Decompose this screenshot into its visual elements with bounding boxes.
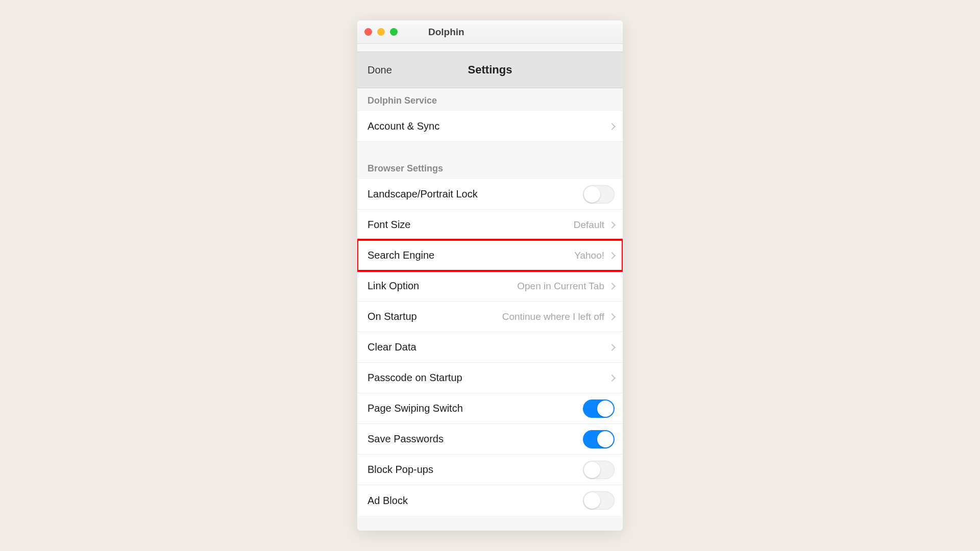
row-landscape-lock[interactable]: Landscape/Portrait Lock [357,179,623,210]
row-ad-block[interactable]: Ad Block [357,485,623,516]
toggle-switch[interactable] [583,491,615,510]
row-value: Yahoo! [574,250,604,261]
row-label: Account & Sync [368,120,439,132]
minimize-icon[interactable] [377,28,385,36]
row-save-passwords[interactable]: Save Passwords [357,424,623,455]
row-label: Clear Data [368,341,416,353]
page-title: Settings [468,63,512,77]
toggle-switch[interactable] [583,185,615,204]
window-controls [364,28,398,36]
settings-window: Dolphin Done Settings Dolphin Service Ac… [357,20,623,531]
row-label: Ad Block [368,495,408,507]
close-icon[interactable] [364,28,372,36]
row-label: On Startup [368,311,417,322]
row-font-size[interactable]: Font Size Default [357,210,623,240]
toggle-switch[interactable] [583,430,615,448]
row-clear-data[interactable]: Clear Data [357,332,623,363]
row-label: Block Pop-ups [368,464,433,475]
chevron-right-icon [608,282,616,289]
section-gap [357,142,623,156]
row-label: Save Passwords [368,433,444,445]
section-header-service: Dolphin Service [357,88,623,111]
row-label: Search Engine [368,249,434,261]
row-link-option[interactable]: Link Option Open in Current Tab [357,271,623,302]
section-header-browser: Browser Settings [357,156,623,179]
chevron-right-icon [608,122,616,130]
row-label: Page Swiping Switch [368,403,463,414]
row-label: Font Size [368,219,410,231]
done-button[interactable]: Done [368,64,392,76]
row-passcode-startup[interactable]: Passcode on Startup [357,363,623,393]
chevron-right-icon [608,343,616,350]
row-account-sync[interactable]: Account & Sync [357,111,623,142]
row-label: Link Option [368,280,419,292]
row-search-engine[interactable]: Search Engine Yahoo! [357,240,623,271]
titlebar: Dolphin [357,20,623,44]
row-label: Landscape/Portrait Lock [368,188,478,200]
row-page-swiping[interactable]: Page Swiping Switch [357,393,623,424]
chevron-right-icon [608,374,616,381]
chevron-right-icon [608,313,616,320]
chevron-right-icon [608,221,616,228]
zoom-icon[interactable] [390,28,398,36]
toggle-switch[interactable] [583,461,615,479]
row-value: Continue where I left off [502,311,604,322]
row-block-popups[interactable]: Block Pop-ups [357,455,623,485]
chevron-right-icon [608,252,616,259]
row-label: Passcode on Startup [368,372,462,384]
row-on-startup[interactable]: On Startup Continue where I left off [357,302,623,332]
row-value: Default [574,219,604,231]
navbar: Done Settings [357,52,623,88]
toggle-switch[interactable] [583,399,615,418]
row-value: Open in Current Tab [517,281,604,292]
app-title: Dolphin [428,27,464,38]
